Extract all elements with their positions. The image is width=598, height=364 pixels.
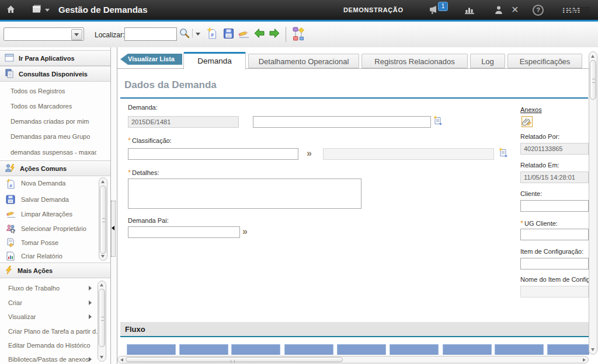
collapse-sidebar-arrow-icon[interactable]: [112, 226, 114, 230]
tab-especificacoes[interactable]: Especificações: [507, 54, 582, 68]
reports-chart-icon[interactable]: [464, 6, 475, 17]
tab-demanda[interactable]: Demanda: [183, 52, 246, 69]
ibm-logo: IBM: [562, 5, 590, 17]
vertical-scrollbar[interactable]: [589, 51, 597, 355]
previous-record-icon[interactable]: [253, 28, 265, 41]
fluxo-node[interactable]: [337, 344, 386, 355]
classificacao-field[interactable]: [128, 148, 298, 160]
query-select[interactable]: [4, 27, 84, 41]
action-selecionar-proprietario[interactable]: Selecionar Proprietário: [0, 222, 97, 237]
find-input[interactable]: [124, 27, 177, 41]
user-profile-icon[interactable]: [494, 5, 503, 17]
workflow-route-icon[interactable]: [292, 26, 305, 44]
search-icon[interactable]: [179, 28, 191, 41]
query-item-suspensas-maxadmin[interactable]: demandas suspensas - maxadmin: [0, 145, 96, 160]
relatado-em-field[interactable]: [520, 172, 589, 183]
search-menu-divider: [192, 29, 193, 37]
menu-biblioteca-pastas-anexos[interactable]: Biblioteca/Pastas de anexos: [0, 352, 96, 364]
cliente-field[interactable]: [520, 200, 589, 212]
query-item-todos-marcadores[interactable]: Todos os Marcadores: [0, 99, 96, 114]
menu-fluxo-de-trabalho[interactable]: Fluxo de Trabalho: [0, 281, 96, 295]
toolbar-divider: [286, 27, 286, 42]
menu-criar[interactable]: Criar: [0, 296, 96, 310]
common-actions-list: # Nova Demanda Salvar Demanda Limpar Alt…: [0, 176, 111, 262]
sidebar-available-queries-header[interactable]: Consultas Disponíveis: [0, 66, 110, 82]
action-salvar-demanda[interactable]: Salvar Demanda: [0, 192, 97, 208]
sidebar-goto-label: Ir Para Aplicativos: [19, 55, 75, 62]
fluxo-node[interactable]: [443, 344, 492, 355]
classificacao-label: *Classificação:: [128, 136, 172, 145]
fluxo-node[interactable]: [495, 344, 544, 355]
action-nova-demanda[interactable]: # Nova Demanda: [0, 176, 97, 191]
query-select-button[interactable]: [71, 29, 82, 40]
notification-count-badge[interactable]: 1: [438, 2, 448, 11]
long-description-icon[interactable]: [433, 116, 443, 128]
relatado-por-field[interactable]: [520, 143, 589, 155]
demanda-id-field[interactable]: [128, 116, 239, 128]
sidebar-goto-applications[interactable]: Ir Para Aplicativos: [0, 50, 110, 66]
item-configuracao-field[interactable]: [520, 258, 589, 270]
ug-cliente-label: *UG Cliente:: [520, 219, 558, 228]
next-record-icon[interactable]: [269, 28, 280, 41]
new-record-icon[interactable]: #: [207, 27, 218, 41]
fluxo-node[interactable]: [390, 344, 439, 355]
sidebar-more-actions-header[interactable]: Mais Ações: [0, 262, 110, 278]
attachment-clip-icon[interactable]: [521, 116, 533, 130]
save-icon[interactable]: [223, 28, 234, 41]
close-icon[interactable]: ×: [512, 4, 519, 15]
demanda-pai-detail-menu-button[interactable]: »: [242, 226, 248, 237]
submenu-arrow-icon: [89, 314, 92, 319]
query-item-todos-registros[interactable]: Todos os Registros: [0, 83, 96, 99]
query-item-para-meu-grupo[interactable]: Demandas para meu Grupo: [0, 129, 96, 144]
relatado-em-label: Relatado Em:: [520, 162, 559, 169]
view-list-button[interactable]: Visualizar Lista: [120, 54, 182, 65]
tab-detalhamento-operacional[interactable]: Detalhamento Operacional: [248, 54, 359, 68]
detalhes-textarea[interactable]: [128, 178, 361, 209]
classificacao-description-field[interactable]: [323, 148, 494, 160]
nome-item-config-label: Nome do Item de Configu: [520, 276, 589, 283]
action-limpar-alteracoes[interactable]: Limpar Alterações: [0, 207, 97, 222]
nome-item-config-field[interactable]: [520, 286, 589, 298]
more-actions-scrollbar[interactable]: [98, 281, 106, 362]
sidebar-common-actions-header[interactable]: Ações Comuns: [0, 160, 110, 176]
demanda-pai-field[interactable]: [128, 226, 240, 238]
fluxo-node[interactable]: [547, 344, 589, 355]
anexos-link[interactable]: Anexos: [520, 106, 542, 113]
tab-log[interactable]: Log: [470, 54, 505, 68]
sidebar-more-actions-label: Mais Ações: [18, 267, 53, 274]
fluxo-node[interactable]: [179, 344, 228, 355]
fluxo-node[interactable]: [284, 344, 333, 355]
environment-label: DEMONSTRAÇÃO: [343, 6, 404, 13]
home-icon[interactable]: [6, 5, 16, 16]
ug-cliente-field[interactable]: [520, 229, 589, 240]
more-actions-list: Fluxo de Trabalho Criar Visualizar Criar…: [0, 278, 111, 364]
query-item-criadas-por-mim[interactable]: Demandas criadas por mim: [0, 114, 96, 129]
long-description-icon[interactable]: [498, 148, 509, 160]
required-marker: *: [128, 168, 131, 177]
applications-menu-icon[interactable]: [32, 5, 42, 16]
tab-registros-relacionados[interactable]: Registros Relacionados: [361, 54, 468, 68]
menu-criar-plano-tarefa[interactable]: Criar Plano de Tarefa a partir d...: [0, 324, 96, 338]
horizontal-scrollbar[interactable]: [117, 356, 589, 363]
applications-menu-caret-icon[interactable]: [45, 9, 50, 12]
top-navigation-bar: Gestão de Demandas DEMONSTRAÇÃO 1 × ? IB…: [0, 0, 598, 22]
demanda-description-field[interactable]: [253, 116, 431, 128]
record-toolbar: Localizar: #: [0, 22, 598, 48]
action-criar-relatorio[interactable]: Criar Relatório: [0, 249, 97, 262]
app-title: Gestão de Demandas: [58, 5, 148, 15]
menu-editar-demanda-historico[interactable]: Editar Demanda do Histórico: [0, 338, 96, 352]
new-demand-icon: #: [6, 178, 16, 191]
menu-visualizar[interactable]: Visualizar: [0, 310, 96, 324]
search-options-caret-icon[interactable]: [196, 33, 200, 36]
help-icon[interactable]: ?: [533, 5, 544, 16]
fluxo-node[interactable]: [231, 344, 280, 355]
select-owner-icon: [6, 224, 16, 236]
sidebar-splitter[interactable]: [111, 47, 117, 364]
classificacao-detail-menu-button[interactable]: »: [307, 148, 312, 159]
clear-changes-icon[interactable]: [238, 29, 251, 41]
demanda-label: Demanda:: [128, 104, 158, 111]
fluxo-node[interactable]: [127, 344, 176, 355]
common-actions-scrollbar[interactable]: [99, 177, 107, 261]
save-demand-icon: [6, 195, 15, 206]
demanda-pai-label: Demanda Pai:: [128, 217, 169, 224]
